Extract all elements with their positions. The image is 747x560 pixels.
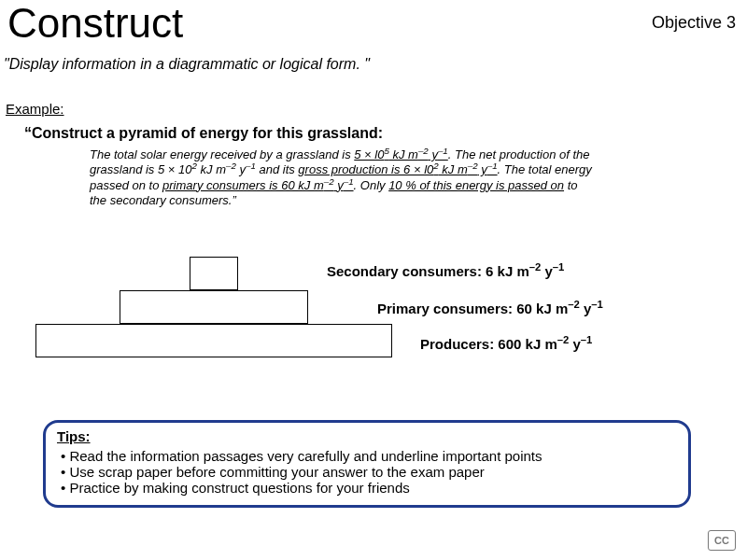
tips-title: Tips: [57, 428, 677, 444]
pyramid-bar-secondary [190, 257, 238, 290]
page-title: Construct [7, 0, 183, 47]
example-heading: Example: [6, 101, 64, 117]
pyramid-label-secondary: Secondary consumers: 6 kJ m–2 y–1 [327, 263, 564, 279]
prompt-rest: a pyramid of energy for this grassland: [103, 125, 384, 141]
pyramid-bar-producers [35, 324, 392, 357]
example-passage: The total solar energy received by a gra… [90, 147, 594, 208]
prompt-construct-word: “Construct [24, 125, 103, 141]
tips-item: Read the information passages very caref… [61, 448, 677, 464]
tips-box: Tips: Read the information passages very… [43, 420, 691, 508]
cc-badge: CC [708, 530, 736, 551]
tips-item: Practice by making construct questions f… [61, 480, 677, 496]
example-prompt: “Construct a pyramid of energy for this … [24, 125, 383, 142]
tips-item: Use scrap paper before committing your a… [61, 464, 677, 480]
objective-label: Objective 3 [652, 13, 736, 33]
pyramid-label-primary: Primary consumers: 60 kJ m–2 y–1 [377, 301, 603, 316]
pyramid-bar-primary [120, 290, 308, 324]
pyramid-label-producers: Producers: 600 kJ m–2 y–1 [420, 336, 592, 352]
definition-text: "Display information in a diagrammatic o… [4, 56, 370, 73]
tips-list: Read the information passages very caref… [57, 448, 677, 496]
